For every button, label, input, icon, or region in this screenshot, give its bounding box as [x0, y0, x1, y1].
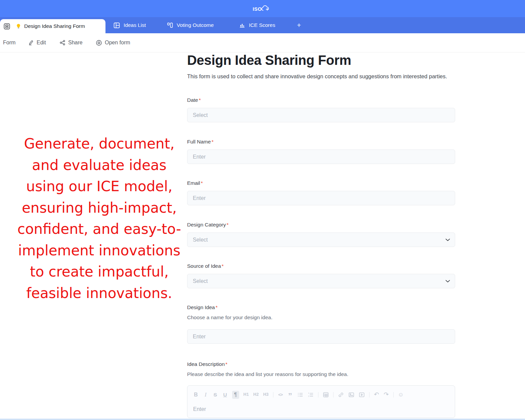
pencil-icon	[28, 40, 34, 46]
open-form-label: Open form	[105, 40, 130, 46]
chevron-down-icon	[445, 239, 450, 241]
toolbar-divider	[273, 392, 273, 397]
grid-view-icon	[114, 22, 120, 29]
select-placeholder: Select	[193, 237, 208, 243]
view-tabs-bar: Design Idea Sharing Form Ideas List Voti…	[0, 17, 525, 33]
h3-icon[interactable]: H3	[263, 390, 268, 399]
link-icon[interactable]	[338, 392, 344, 398]
annotation-line: ensuring high-impact,	[9, 197, 189, 219]
table-icon[interactable]	[323, 392, 329, 398]
field-label: Date	[187, 97, 198, 103]
h1-icon[interactable]: H1	[244, 390, 249, 399]
field-full-name: Full Name*	[187, 139, 455, 164]
tab-label: ICE Scores	[249, 22, 275, 28]
quote-icon[interactable]: ”	[288, 390, 293, 399]
annotation-line: feasible innovations.	[9, 283, 189, 304]
field-source-of-idea: Source of Idea* Select	[187, 263, 455, 288]
field-label: Source of Idea	[187, 263, 221, 269]
share-icon	[59, 40, 65, 46]
required-marker: *	[216, 304, 218, 310]
rich-text-editor[interactable]: B I S U ¶ H1 H2 H3 <> ” 1 2	[187, 385, 455, 418]
email-field[interactable]	[187, 191, 455, 205]
tab-label: Voting Outcome	[177, 22, 214, 28]
paragraph-icon[interactable]: ¶	[232, 391, 239, 399]
code-icon[interactable]: <>	[278, 390, 283, 399]
editor-placeholder[interactable]: Enter	[193, 406, 449, 412]
bar-chart-view-icon	[239, 22, 245, 28]
annotation-line: Generate, document,	[9, 133, 189, 155]
strikethrough-icon[interactable]: S	[213, 390, 218, 399]
topbar: ISO	[0, 0, 525, 17]
tab-design-idea-sharing-form[interactable]: Design Idea Sharing Form	[0, 19, 105, 33]
share-label: Share	[68, 40, 83, 46]
italic-icon[interactable]: I	[203, 390, 208, 399]
design-idea-input[interactable]	[187, 329, 455, 344]
svg-text:2: 2	[308, 395, 309, 397]
field-design-idea: Design Idea* Choose a name for your desi…	[187, 304, 455, 344]
cloud-plus-icon	[260, 5, 270, 11]
form-view-icon	[4, 23, 10, 30]
underline-icon[interactable]: U	[222, 390, 228, 399]
chevron-down-icon	[445, 280, 450, 283]
editor-toolbar: B I S U ¶ H1 H2 H3 <> ” 1 2	[193, 390, 449, 399]
annotation-line: implement innovations	[9, 240, 189, 261]
edit-label: Edit	[37, 40, 46, 46]
app: ISO Design Idea Sharing Form	[0, 0, 525, 420]
bottom-edge-strip	[0, 419, 525, 420]
field-idea-description: Idea Description* Please describe the id…	[187, 361, 455, 379]
required-marker: *	[199, 97, 201, 103]
tab-ideas-list[interactable]: Ideas List	[114, 17, 146, 33]
required-marker: *	[222, 263, 224, 269]
open-form-button[interactable]: Open form	[96, 33, 130, 52]
brand-logo: ISO	[253, 6, 270, 11]
h2-icon[interactable]: H2	[253, 390, 259, 399]
toolbar-divider	[318, 392, 318, 397]
lightbulb-icon	[16, 24, 21, 29]
kanban-view-icon	[167, 22, 173, 28]
field-label: Idea Description	[187, 361, 225, 367]
tab-label: Design Idea Sharing Form	[24, 23, 85, 29]
share-button[interactable]: Share	[59, 33, 83, 52]
open-form-icon	[96, 40, 102, 46]
date-input[interactable]	[187, 108, 455, 122]
add-view-button[interactable]: +	[297, 17, 301, 33]
annotation-line: to create impactful,	[9, 261, 189, 283]
bold-icon[interactable]: B	[193, 390, 199, 399]
required-marker: *	[226, 222, 228, 227]
view-type-label: Form	[3, 33, 15, 52]
full-name-input[interactable]	[187, 150, 455, 164]
page-title: Design Idea Sharing Form	[187, 53, 456, 68]
field-helper-text: Please describe the idea and list your r…	[187, 371, 455, 379]
annotation-line: using our ICE model,	[9, 176, 189, 197]
video-icon[interactable]	[359, 392, 365, 398]
redo-icon[interactable]: ↷	[384, 390, 389, 399]
field-email: Email*	[187, 180, 455, 205]
annotation-line: confident, and easy-to-	[9, 218, 189, 240]
required-marker: *	[212, 139, 214, 144]
field-date: Date*	[187, 97, 455, 122]
annotation-line: and evaluate ideas	[9, 155, 189, 176]
undo-icon[interactable]: ↶	[374, 390, 379, 399]
form-description: This form is used to collect and share i…	[187, 72, 456, 81]
field-label: Full Name	[187, 139, 211, 144]
svg-text:1: 1	[308, 392, 309, 394]
emoji-icon[interactable]: ☺	[398, 390, 404, 399]
required-marker: *	[225, 361, 227, 367]
required-marker: *	[201, 180, 203, 186]
view-toolbar: Form Edit Share Open form	[0, 33, 525, 52]
field-helper-text: Choose a name for your design idea.	[187, 314, 455, 322]
field-label: Design Idea	[187, 304, 215, 310]
toolbar-divider	[393, 392, 394, 397]
tab-label: Ideas List	[124, 22, 146, 28]
numbered-list-icon[interactable]: 1 2	[308, 392, 314, 398]
toolbar-divider	[369, 392, 369, 397]
image-icon[interactable]	[348, 392, 354, 398]
edit-button[interactable]: Edit	[28, 33, 46, 52]
tab-ice-scores[interactable]: ICE Scores	[239, 17, 275, 33]
design-category-select[interactable]: Select	[187, 233, 455, 247]
select-placeholder: Select	[193, 278, 208, 284]
toolbar-divider	[333, 392, 334, 397]
bullet-list-icon[interactable]	[297, 392, 303, 398]
tab-voting-outcome[interactable]: Voting Outcome	[167, 17, 214, 33]
source-of-idea-select[interactable]: Select	[187, 274, 455, 288]
